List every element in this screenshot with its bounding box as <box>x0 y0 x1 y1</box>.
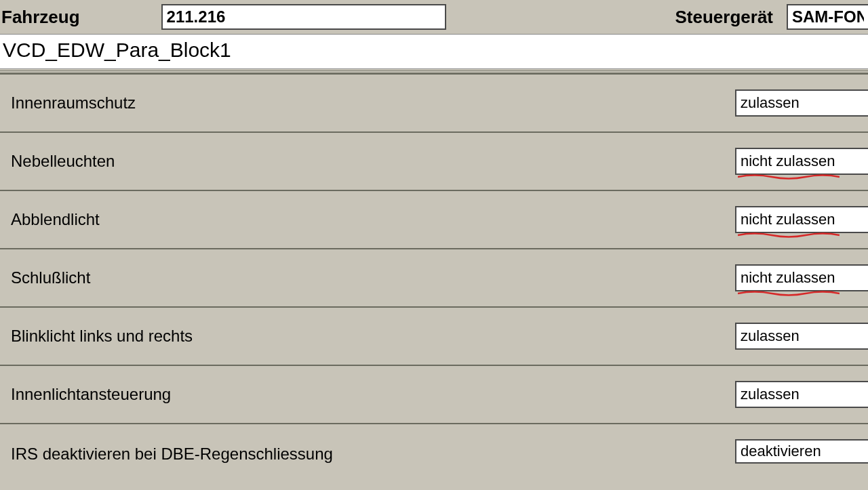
spellcheck-underline-icon <box>738 229 840 236</box>
parameter-label: Innenraumschutz <box>11 94 735 113</box>
vehicle-label: Fahrzeug <box>0 7 80 28</box>
parameter-value-wrap <box>735 323 868 350</box>
parameter-row: Blinklicht links und rechts <box>0 306 868 365</box>
ecu-input[interactable] <box>787 4 868 30</box>
block-title: VCD_EDW_Para_Block1 <box>0 34 868 69</box>
parameter-value-input[interactable] <box>735 323 868 350</box>
parameter-row: Abblendlicht <box>0 190 868 248</box>
parameter-value-wrap <box>735 381 868 408</box>
header-row: Fahrzeug Steuergerät <box>0 0 868 34</box>
parameter-row: Innenlichtansteuerung <box>0 365 868 423</box>
spellcheck-underline-icon <box>738 287 840 294</box>
parameter-row: IRS deaktivieren bei DBE-Regenschliessun… <box>0 423 868 464</box>
vehicle-input[interactable] <box>161 4 446 30</box>
parameter-value-wrap <box>735 206 868 233</box>
parameter-label: Schlußlicht <box>11 268 735 287</box>
parameter-row: Schlußlicht <box>0 248 868 306</box>
parameter-value-input[interactable] <box>735 89 868 117</box>
parameter-value-wrap <box>735 89 868 117</box>
parameter-value-wrap <box>735 148 868 175</box>
parameter-value-input[interactable] <box>735 381 868 408</box>
parameter-value-wrap <box>735 264 868 291</box>
parameter-label: IRS deaktivieren bei DBE-Regenschliessun… <box>11 445 735 464</box>
spellcheck-underline-icon <box>738 171 840 178</box>
parameter-label: Blinklicht links und rechts <box>11 327 735 346</box>
parameter-list: InnenraumschutzNebelleuchten Abblendlich… <box>0 73 868 464</box>
parameter-label: Nebelleuchten <box>11 152 735 171</box>
parameter-label: Abblendlicht <box>11 210 735 229</box>
ecu-label: Steuergerät <box>674 7 774 28</box>
parameter-label: Innenlichtansteuerung <box>11 385 735 404</box>
parameter-value-input[interactable] <box>735 439 868 464</box>
parameter-row: Innenraumschutz <box>0 73 868 131</box>
parameter-value-wrap <box>735 439 868 464</box>
parameter-row: Nebelleuchten <box>0 131 868 190</box>
